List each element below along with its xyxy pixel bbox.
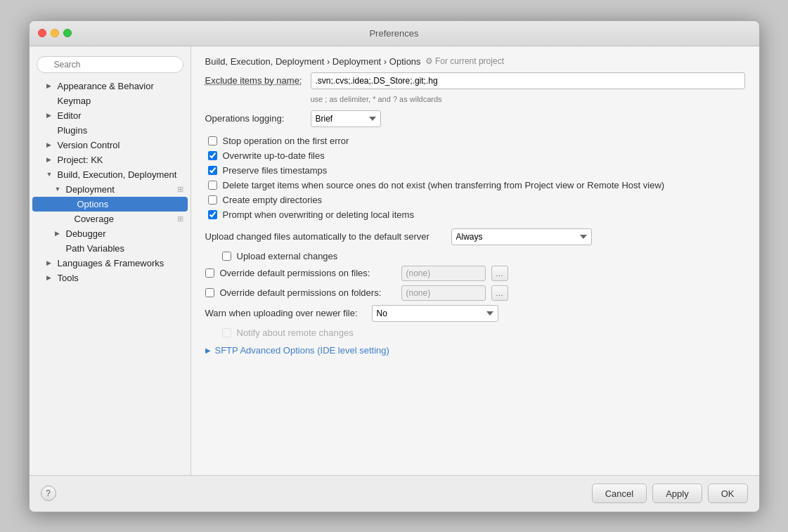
sidebar-item-version-control[interactable]: ▶ Version Control (30, 138, 190, 153)
arrow-icon: ▼ (46, 171, 53, 178)
sidebar-item-label: Debugger (66, 228, 106, 239)
upload-external-checkbox[interactable] (222, 252, 231, 261)
prompt-overwriting-checkbox[interactable] (208, 210, 217, 219)
minimize-button[interactable] (51, 29, 59, 37)
upload-external-label: Upload external changes (237, 251, 338, 261)
create-dirs-label: Create empty directories (223, 195, 323, 205)
create-dirs-row: Create empty directories (205, 195, 745, 205)
upload-external-row: Upload external changes (205, 251, 745, 261)
override-folders-input[interactable] (401, 285, 486, 301)
footer-left: ? (41, 486, 56, 501)
ok-button[interactable]: OK (708, 484, 748, 503)
cancel-button[interactable]: Cancel (592, 484, 647, 503)
preferences-window: Preferences 🔍 ▶ Appearance & Behavior Ke… (29, 20, 760, 512)
upload-auto-row: Upload changed files automatically to th… (205, 228, 745, 245)
exclude-hint: use ; as delimiter, * and ? as wildcards (311, 95, 745, 103)
notify-remote-label: Notify about remote changes (237, 327, 354, 338)
titlebar: Preferences (30, 21, 759, 46)
warn-newer-row: Warn when uploading over newer file: No … (205, 305, 745, 322)
arrow-icon: ▶ (46, 156, 53, 163)
operations-row: Operations logging: Brief Verbose None (205, 110, 745, 127)
sftp-section[interactable]: ▶ SFTP Advanced Options (IDE level setti… (205, 345, 745, 356)
sidebar-item-editor[interactable]: ▶ Editor (30, 108, 190, 123)
exclude-row: Exclude items by name: (205, 72, 745, 89)
operations-label: Operations logging: (205, 113, 304, 124)
sidebar-item-deployment[interactable]: ▼ Deployment ⊞ (30, 182, 190, 197)
sidebar-item-tools[interactable]: ▶ Tools (30, 271, 190, 285)
sidebar-item-label: Languages & Frameworks (58, 258, 164, 268)
arrow-icon: ▶ (46, 82, 53, 89)
header: Build, Execution, Deployment › Deploymen… (191, 46, 759, 72)
arrow-icon: ▶ (46, 112, 53, 119)
override-folders-label: Override default permissions on folders: (220, 287, 396, 298)
arrow-icon: ▼ (55, 186, 62, 193)
sidebar-item-plugins[interactable]: Plugins (30, 123, 190, 138)
browse-files-button[interactable]: … (491, 266, 508, 281)
delete-target-label: Delete target items when source ones do … (223, 180, 665, 190)
arrow-icon: ▶ (55, 230, 62, 237)
sidebar-item-options[interactable]: Options (32, 197, 188, 212)
exclude-input[interactable] (311, 72, 745, 89)
create-dirs-checkbox[interactable] (208, 195, 217, 205)
settings-content: Exclude items by name: use ; as delimite… (191, 72, 759, 475)
sidebar-item-appearance[interactable]: ▶ Appearance & Behavior (30, 79, 190, 93)
sidebar-item-debugger[interactable]: ▶ Debugger (30, 226, 190, 241)
window-title: Preferences (369, 28, 418, 39)
preserve-timestamps-checkbox[interactable] (208, 166, 217, 175)
override-folders-checkbox[interactable] (205, 288, 214, 297)
close-button[interactable] (38, 29, 46, 37)
sidebar-item-label: Path Variables (66, 243, 125, 254)
prompt-overwriting-label: Prompt when overwriting or deleting loca… (223, 209, 414, 220)
notify-remote-checkbox[interactable] (222, 328, 231, 337)
page-icon: ⊞ (177, 214, 183, 223)
sidebar-item-label: Coverage (75, 214, 114, 224)
traffic-lights (38, 29, 72, 37)
sidebar-item-label: Version Control (58, 140, 120, 150)
sidebar-item-build[interactable]: ▼ Build, Execution, Deployment (30, 167, 190, 182)
sidebar-item-label: Plugins (58, 125, 88, 136)
operations-select[interactable]: Brief Verbose None (311, 110, 381, 127)
override-files-row: Override default permissions on files: … (205, 266, 745, 281)
arrow-icon: ▶ (46, 141, 53, 148)
overwrite-row: Overwrite up-to-date files (205, 150, 745, 161)
help-button[interactable]: ? (41, 486, 56, 501)
prompt-overwriting-row: Prompt when overwriting or deleting loca… (205, 209, 745, 220)
upload-auto-label: Upload changed files automatically to th… (205, 231, 444, 242)
arrow-icon: ▶ (46, 274, 53, 281)
footer: ? Cancel Apply OK (30, 475, 759, 512)
stop-on-error-label: Stop operation on the first error (223, 136, 349, 146)
sidebar-item-label: Tools (58, 273, 79, 283)
stop-on-error-row: Stop operation on the first error (205, 136, 745, 146)
sidebar-item-label: Editor (58, 110, 82, 121)
browse-folders-button[interactable]: … (491, 285, 508, 301)
breadcrumb: Build, Execution, Deployment › Deploymen… (205, 56, 421, 67)
delete-target-checkbox[interactable] (208, 181, 217, 190)
sidebar-item-label: Options (77, 199, 109, 209)
page-icon: ⊞ (177, 185, 183, 194)
sidebar-item-project[interactable]: ▶ Project: KK (30, 153, 190, 167)
override-files-input[interactable] (401, 266, 486, 281)
sidebar: 🔍 ▶ Appearance & Behavior Keymap ▶ Edito… (30, 46, 191, 475)
override-files-checkbox[interactable] (205, 268, 214, 278)
footer-buttons: Cancel Apply OK (592, 484, 748, 503)
preserve-timestamps-row: Preserve files timestamps (205, 165, 745, 176)
sidebar-item-path-variables[interactable]: Path Variables (30, 241, 190, 256)
sidebar-item-label: Project: KK (58, 155, 103, 165)
arrow-icon: ▶ (46, 259, 53, 266)
warn-newer-label: Warn when uploading over newer file: (205, 308, 358, 318)
sidebar-item-languages[interactable]: ▶ Languages & Frameworks (30, 256, 190, 271)
apply-button[interactable]: Apply (652, 484, 702, 503)
overwrite-checkbox[interactable] (208, 151, 217, 160)
stop-on-error-checkbox[interactable] (208, 136, 217, 145)
notify-remote-row: Notify about remote changes (205, 327, 745, 338)
maximize-button[interactable] (63, 29, 72, 37)
upload-auto-select[interactable]: Always Never On explicit save action (451, 228, 592, 245)
sidebar-item-label: Keymap (58, 96, 91, 106)
sidebar-item-coverage[interactable]: Coverage ⊞ (30, 212, 190, 226)
search-input[interactable] (37, 56, 183, 73)
sidebar-item-keymap[interactable]: Keymap (30, 93, 190, 108)
search-bar: 🔍 (30, 52, 190, 79)
warn-newer-select[interactable]: No Yes Ask (372, 305, 498, 322)
overwrite-label: Overwrite up-to-date files (223, 150, 325, 161)
breadcrumb-hint: ⚙ For current project (425, 56, 504, 66)
